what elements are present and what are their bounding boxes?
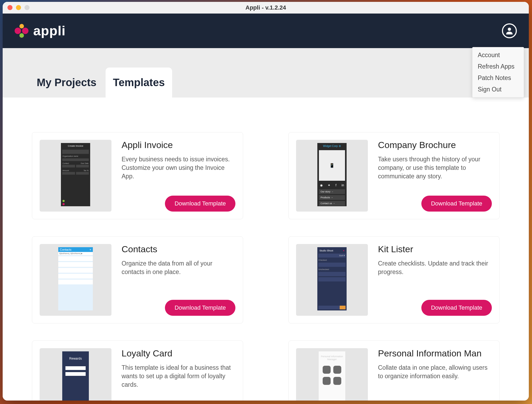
user-dropdown-menu: Account Refresh Apps Patch Notes Sign Ou… xyxy=(472,47,524,98)
template-description: Collate data in one place, allowing user… xyxy=(378,363,492,380)
template-grid: Create Invoice Organization name Contact… xyxy=(32,132,500,401)
template-description: Take users through the history of your c… xyxy=(378,155,492,181)
thumb-link: Contact us → xyxy=(321,202,335,205)
download-template-button[interactable]: Download Template xyxy=(165,300,235,316)
template-description: Organize the data from all of your conta… xyxy=(122,259,235,276)
thumb-title: Contacts xyxy=(60,248,71,251)
user-icon xyxy=(505,26,514,36)
download-template-button[interactable]: Download Template xyxy=(421,300,492,316)
template-description: Every business needs to issue invoices. … xyxy=(122,155,235,181)
app-header: appli xyxy=(3,14,529,48)
template-description: This template is ideal for a business th… xyxy=(122,363,235,389)
template-title: Personal Information Man xyxy=(378,348,492,359)
window-title: Appli - v.1.2.24 xyxy=(246,4,286,11)
thumb-subtitle: ${lastName}, ${firstName} xyxy=(59,252,81,254)
thumb-title: Create Invoice xyxy=(61,143,90,149)
thumb-section: Checked xyxy=(318,258,346,262)
template-card: Rewards Loyalty Card This template is id… xyxy=(32,340,243,401)
template-description: Create checklists. Update and track thei… xyxy=(378,259,492,276)
thumb-title: Personal Information Manager xyxy=(321,355,343,361)
template-thumbnail: Studio Shoot● Sort ▾ Checked Unchecked xyxy=(296,244,368,316)
brand-logo: appli xyxy=(15,23,66,39)
thumb-title: Rewards xyxy=(69,357,82,360)
svg-point-0 xyxy=(508,28,511,31)
logo-mark-icon xyxy=(15,24,28,38)
thumb-title: Studio Shoot xyxy=(319,249,333,252)
app-window: Appli - v.1.2.24 appli Account Refresh A… xyxy=(3,2,529,401)
template-title: Contacts xyxy=(122,244,235,254)
maximize-window-button[interactable] xyxy=(24,5,30,10)
thumb-link: Products → xyxy=(321,196,333,199)
template-thumbnail: Contacts+ ${lastName}, ${firstName} ▶ xyxy=(40,244,111,316)
template-title: Appli Invoice xyxy=(122,140,235,150)
template-title: Company Brochure xyxy=(378,140,492,150)
template-card: Contacts+ ${lastName}, ${firstName} ▶ Co… xyxy=(32,236,243,323)
download-template-button[interactable]: Download Template xyxy=(165,196,235,212)
menu-item-sign-out[interactable]: Sign Out xyxy=(472,84,524,95)
template-card: Studio Shoot● Sort ▾ Checked Unchecked K… xyxy=(288,236,500,323)
tab-my-projects[interactable]: My Projects xyxy=(29,68,104,98)
thumb-title: Widget Corp xyxy=(323,145,338,148)
template-thumbnail: Personal Information Manager xyxy=(296,348,368,401)
thumb-link: Our story → xyxy=(321,190,334,193)
templates-content[interactable]: Create Invoice Organization name Contact… xyxy=(3,98,529,401)
template-title: Kit Lister xyxy=(378,244,492,254)
traffic-lights xyxy=(7,5,30,10)
minimize-window-button[interactable] xyxy=(16,5,21,10)
menu-item-patch-notes[interactable]: Patch Notes xyxy=(472,72,524,84)
tab-row: My Projects Templates xyxy=(3,48,529,98)
download-template-button[interactable]: Download Template xyxy=(421,196,492,212)
menu-item-account[interactable]: Account xyxy=(472,49,524,61)
template-thumbnail: Rewards xyxy=(40,348,111,401)
template-title: Loyalty Card xyxy=(122,348,235,359)
brand-name: appli xyxy=(33,23,66,39)
template-card: Create Invoice Organization name Contact… xyxy=(32,132,243,219)
tab-templates[interactable]: Templates xyxy=(106,68,172,98)
template-thumbnail: Widget Corp ⚙ 📱 ◉✦fin Our story → Produc… xyxy=(296,140,368,212)
menu-item-refresh-apps[interactable]: Refresh Apps xyxy=(472,61,524,72)
template-card: Widget Corp ⚙ 📱 ◉✦fin Our story → Produc… xyxy=(288,132,500,219)
template-thumbnail: Create Invoice Organization name Contact… xyxy=(40,140,111,212)
thumb-section: Unchecked xyxy=(318,267,346,271)
titlebar: Appli - v.1.2.24 xyxy=(3,2,529,14)
template-card: Personal Information Manager Personal In… xyxy=(288,340,500,401)
user-menu-button[interactable] xyxy=(502,23,517,38)
close-window-button[interactable] xyxy=(7,5,13,10)
